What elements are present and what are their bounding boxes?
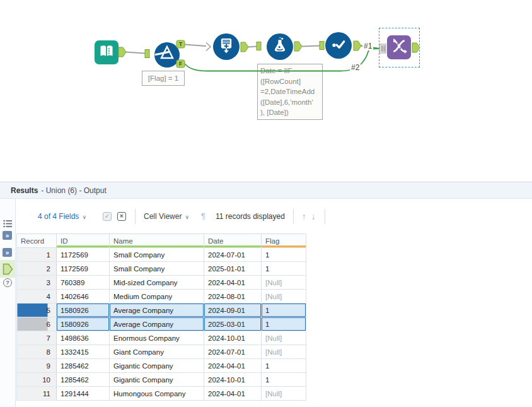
pilcrow-icon[interactable]: ¶: [201, 211, 205, 221]
expand-panel-icon[interactable]: »: [3, 231, 12, 240]
cell-id[interactable]: 1285462: [57, 373, 110, 387]
cell-record[interactable]: 7: [17, 331, 57, 345]
cell-name[interactable]: Average Company: [110, 304, 204, 317]
cell-flag[interactable]: 1: [262, 304, 306, 317]
cell-id[interactable]: 1402646: [57, 290, 110, 304]
cell-viewer-dropdown[interactable]: Cell Viewer: [144, 212, 182, 221]
connection-label-1: #1: [362, 42, 373, 50]
cell-date[interactable]: 2025-01-01: [204, 262, 262, 276]
cell-record[interactable]: 4: [17, 290, 57, 304]
cell-id[interactable]: 1580926: [57, 317, 110, 331]
filter-annotation[interactable]: [Flag] = 1: [142, 71, 185, 86]
cell-flag[interactable]: [Null]: [262, 276, 306, 290]
cell-date[interactable]: 2025-03-01: [204, 317, 262, 331]
cell-date[interactable]: 2024-07-01: [204, 248, 262, 262]
cell-flag[interactable]: 1: [262, 373, 306, 387]
cell-record[interactable]: 10: [17, 373, 57, 387]
genrows-output-anchor[interactable]: [241, 42, 248, 52]
cell-record[interactable]: 8: [17, 345, 57, 359]
cell-date[interactable]: 2024-08-01: [204, 290, 262, 304]
input-data-output-anchor[interactable]: [119, 47, 126, 57]
cell-name[interactable]: Humongous Company: [110, 387, 204, 401]
filter-tool[interactable]: [154, 42, 180, 68]
select-output-anchor[interactable]: [354, 41, 361, 50]
cell-id[interactable]: 1332415: [57, 345, 110, 359]
column-header-name[interactable]: Name: [110, 234, 204, 248]
formula-output-anchor[interactable]: [294, 42, 302, 51]
formula-tool[interactable]: [267, 33, 293, 60]
cell-name[interactable]: Small Company: [110, 248, 204, 262]
cell-flag[interactable]: [Null]: [262, 387, 306, 401]
cell-date[interactable]: 2024-04-01: [204, 359, 262, 373]
cell-name[interactable]: Enormous Company: [110, 331, 204, 345]
workflow-canvas[interactable]: [Flag] = 1 Date = IIF ([RowCount] =2,Dat…: [0, 0, 532, 182]
table-row: 11172569Small Company2024-07-011: [17, 248, 306, 262]
cell-record[interactable]: 2: [17, 262, 57, 276]
formula-annotation[interactable]: Date = IIF ([RowCount] =2,DateTimeAdd ([…: [257, 64, 323, 120]
expand-panel-icon[interactable]: »: [3, 248, 12, 257]
cell-id[interactable]: 1172569: [57, 248, 110, 262]
cell-name[interactable]: Mid-sized Company: [110, 276, 204, 290]
deselect-fields-icon[interactable]: ✕: [117, 212, 126, 221]
wire-input-filter[interactable]: [126, 52, 145, 54]
cell-date[interactable]: 2024-07-01: [204, 345, 262, 359]
wire-formula-select[interactable]: [302, 46, 320, 47]
cell-name[interactable]: Average Company: [110, 317, 204, 331]
cell-flag[interactable]: [Null]: [262, 331, 306, 345]
cell-name[interactable]: Medium Company: [110, 290, 204, 304]
cell-id[interactable]: 1498636: [57, 331, 110, 345]
wire-filter-genrows[interactable]: [185, 45, 206, 47]
cell-flag[interactable]: 1: [262, 262, 306, 276]
column-header-id[interactable]: ID: [57, 234, 110, 248]
cell-record[interactable]: 1: [17, 248, 57, 262]
cell-flag[interactable]: [Null]: [262, 290, 306, 304]
chevron-down-icon[interactable]: ∨: [185, 214, 189, 220]
cell-flag[interactable]: 1: [262, 248, 306, 262]
cell-flag[interactable]: [Null]: [262, 345, 306, 359]
cell-date[interactable]: 2024-09-01: [204, 304, 262, 317]
table-row: 41402646Medium Company2024-08-01[Null]: [17, 290, 306, 304]
cell-name[interactable]: Gigantic Company: [110, 373, 204, 387]
chevron-down-icon[interactable]: ∨: [82, 214, 86, 220]
output-anchor-tab[interactable]: [0, 260, 15, 278]
cell-flag[interactable]: 1: [262, 359, 306, 373]
arrow-up-icon[interactable]: ↑: [302, 211, 306, 221]
cell-record[interactable]: 5: [17, 304, 57, 317]
cell-record[interactable]: 3: [17, 276, 57, 290]
column-header-record[interactable]: Record: [17, 234, 57, 248]
cell-record[interactable]: 11: [17, 387, 57, 401]
cell-id[interactable]: 1580926: [57, 304, 110, 317]
fields-dropdown[interactable]: 4 of 4 Fields: [38, 212, 79, 221]
input-data-tool[interactable]: [95, 40, 119, 64]
generate-rows-tool[interactable]: [213, 33, 240, 60]
cell-date[interactable]: 2024-10-01: [204, 331, 262, 345]
cell-record[interactable]: 9: [17, 359, 57, 373]
results-panel-header[interactable]: Results - Union (6) - Output: [0, 183, 532, 199]
cell-date[interactable]: 2024-04-01: [204, 387, 262, 401]
cell-id[interactable]: 1172569: [57, 262, 110, 276]
cell-id[interactable]: 1291444: [57, 387, 110, 401]
cell-date[interactable]: 2024-04-01: [204, 276, 262, 290]
genrows-input-anchor[interactable]: [206, 43, 211, 51]
cell-name[interactable]: Giant Company: [110, 345, 204, 359]
select-input-anchor[interactable]: [320, 42, 324, 50]
arrow-down-icon[interactable]: ↓: [311, 211, 316, 221]
help-icon[interactable]: ?: [3, 278, 12, 287]
select-all-fields-icon[interactable]: ✓: [103, 212, 112, 221]
cell-id[interactable]: 760389: [57, 276, 110, 290]
cell-date[interactable]: 2024-10-01: [204, 373, 262, 387]
cell-flag[interactable]: 1: [262, 317, 306, 331]
cell-name[interactable]: Gigantic Company: [110, 359, 204, 373]
list-view-icon[interactable]: [3, 220, 13, 228]
cell-record[interactable]: 6: [17, 317, 57, 331]
filter-input-anchor[interactable]: [145, 50, 149, 58]
formula-input-anchor[interactable]: [257, 42, 261, 50]
select-tool[interactable]: [325, 32, 352, 59]
union-tool[interactable]: [387, 35, 411, 59]
wire-genrows-formula[interactable]: [248, 47, 257, 47]
table-row: 61580926Average Company2025-03-011: [17, 317, 306, 331]
cell-id[interactable]: 1285462: [57, 359, 110, 373]
cell-name[interactable]: Small Company: [110, 262, 204, 276]
column-header-date[interactable]: Date: [204, 234, 262, 248]
column-header-flag[interactable]: Flag: [262, 234, 306, 248]
